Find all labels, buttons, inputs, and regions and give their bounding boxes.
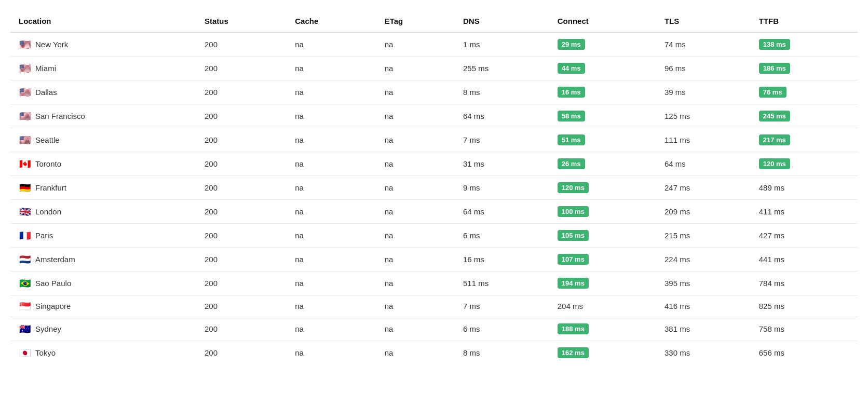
location-cell: 🇨🇦Toronto xyxy=(10,152,196,176)
connect-cell: 29 ms xyxy=(549,32,656,57)
connect-cell: 162 ms xyxy=(549,341,656,365)
flag-icon: 🇯🇵 xyxy=(19,349,31,357)
ttfb-cell: 138 ms xyxy=(751,32,858,57)
status-cell: 200 xyxy=(196,317,287,341)
flag-icon: 🇧🇷 xyxy=(19,279,31,288)
etag-cell: na xyxy=(376,128,455,152)
connect-cell: 44 ms xyxy=(549,57,656,80)
location-name: New York xyxy=(35,40,68,49)
dns-cell: 6 ms xyxy=(455,317,549,341)
table-row: 🇺🇸New York200nana1 ms29 ms74 ms138 ms xyxy=(10,32,858,57)
cache-cell: na xyxy=(287,317,376,341)
cache-cell: na xyxy=(287,272,376,295)
flag-icon: 🇨🇦 xyxy=(19,160,31,168)
column-header-tls: TLS xyxy=(656,10,751,32)
connect-badge: 194 ms xyxy=(558,278,589,289)
flag-icon: 🇺🇸 xyxy=(19,40,31,49)
connect-badge: 51 ms xyxy=(558,134,585,145)
table-row: 🇺🇸Dallas200nana8 ms16 ms39 ms76 ms xyxy=(10,80,858,104)
connect-badge: 120 ms xyxy=(558,182,589,193)
tls-cell: 395 ms xyxy=(656,272,751,295)
connect-badge: 58 ms xyxy=(558,111,585,121)
cache-cell: na xyxy=(287,128,376,152)
table-row: 🇺🇸Miami200nana255 ms44 ms96 ms186 ms xyxy=(10,57,858,80)
location-cell: 🇺🇸Seattle xyxy=(10,128,196,152)
location-cell: 🇫🇷Paris xyxy=(10,224,196,248)
dns-cell: 7 ms xyxy=(455,295,549,317)
location-name: Tokyo xyxy=(35,348,56,357)
connect-cell: 107 ms xyxy=(549,248,656,272)
column-header-ttfb: TTFB xyxy=(751,10,858,32)
etag-cell: na xyxy=(376,341,455,365)
location-name: Frankfurt xyxy=(35,183,66,192)
dns-cell: 9 ms xyxy=(455,176,549,200)
ttfb-badge: 138 ms xyxy=(759,39,790,50)
status-cell: 200 xyxy=(196,104,287,128)
status-cell: 200 xyxy=(196,200,287,224)
connect-badge: 105 ms xyxy=(558,230,589,241)
ttfb-badge: 217 ms xyxy=(759,134,790,145)
status-cell: 200 xyxy=(196,295,287,317)
connect-cell: 100 ms xyxy=(549,200,656,224)
location-cell: 🇧🇷Sao Paulo xyxy=(10,272,196,295)
cache-cell: na xyxy=(287,57,376,80)
ttfb-badge: 245 ms xyxy=(759,111,790,121)
cache-cell: na xyxy=(287,176,376,200)
connect-cell: 16 ms xyxy=(549,80,656,104)
flag-icon: 🇺🇸 xyxy=(19,136,31,144)
table-row: 🇨🇦Toronto200nana31 ms26 ms64 ms120 ms xyxy=(10,152,858,176)
flag-icon: 🇺🇸 xyxy=(19,64,31,73)
status-cell: 200 xyxy=(196,152,287,176)
connect-badge: 16 ms xyxy=(558,87,585,98)
table-row: 🇺🇸San Francisco200nana64 ms58 ms125 ms24… xyxy=(10,104,858,128)
ttfb-cell: 411 ms xyxy=(751,200,858,224)
ttfb-cell: 784 ms xyxy=(751,272,858,295)
location-name: Dallas xyxy=(35,88,57,97)
location-cell: 🇯🇵Tokyo xyxy=(10,341,196,365)
column-header-connect: Connect xyxy=(549,10,656,32)
connect-cell: 105 ms xyxy=(549,224,656,248)
table-row: 🇳🇱Amsterdam200nana16 ms107 ms224 ms441 m… xyxy=(10,248,858,272)
cache-cell: na xyxy=(287,104,376,128)
performance-table: LocationStatusCacheETagDNSConnectTLSTTFB… xyxy=(10,10,858,364)
flag-icon: 🇩🇪 xyxy=(19,184,31,192)
flag-icon: 🇦🇺 xyxy=(19,325,31,333)
status-cell: 200 xyxy=(196,272,287,295)
flag-icon: 🇺🇸 xyxy=(19,112,31,120)
connect-cell: 51 ms xyxy=(549,128,656,152)
ttfb-cell: 825 ms xyxy=(751,295,858,317)
location-cell: 🇺🇸New York xyxy=(10,32,196,57)
tls-cell: 215 ms xyxy=(656,224,751,248)
status-cell: 200 xyxy=(196,57,287,80)
ttfb-cell: 441 ms xyxy=(751,248,858,272)
location-cell: 🇸🇬Singapore xyxy=(10,295,196,317)
dns-cell: 31 ms xyxy=(455,152,549,176)
table-header-row: LocationStatusCacheETagDNSConnectTLSTTFB xyxy=(10,10,858,32)
connect-badge: 162 ms xyxy=(558,347,589,358)
table-row: 🇫🇷Paris200nana6 ms105 ms215 ms427 ms xyxy=(10,224,858,248)
etag-cell: na xyxy=(376,200,455,224)
connect-cell: 204 ms xyxy=(549,295,656,317)
cache-cell: na xyxy=(287,32,376,57)
etag-cell: na xyxy=(376,176,455,200)
etag-cell: na xyxy=(376,272,455,295)
table-row: 🇩🇪Frankfurt200nana9 ms120 ms247 ms489 ms xyxy=(10,176,858,200)
flag-icon: 🇸🇬 xyxy=(19,302,31,310)
tls-cell: 39 ms xyxy=(656,80,751,104)
table-row: 🇧🇷Sao Paulo200nana511 ms194 ms395 ms784 … xyxy=(10,272,858,295)
table-row: 🇬🇧London200nana64 ms100 ms209 ms411 ms xyxy=(10,200,858,224)
table-row: 🇸🇬Singapore200nana7 ms204 ms416 ms825 ms xyxy=(10,295,858,317)
ttfb-badge: 186 ms xyxy=(759,63,790,74)
ttfb-cell: 245 ms xyxy=(751,104,858,128)
cache-cell: na xyxy=(287,152,376,176)
dns-cell: 16 ms xyxy=(455,248,549,272)
column-header-location: Location xyxy=(10,10,196,32)
location-name: Sao Paulo xyxy=(35,279,71,288)
cache-cell: na xyxy=(287,341,376,365)
location-name: Paris xyxy=(35,231,53,240)
flag-icon: 🇺🇸 xyxy=(19,88,31,97)
dns-cell: 7 ms xyxy=(455,128,549,152)
connect-badge: 100 ms xyxy=(558,206,589,217)
ttfb-cell: 758 ms xyxy=(751,317,858,341)
status-cell: 200 xyxy=(196,80,287,104)
